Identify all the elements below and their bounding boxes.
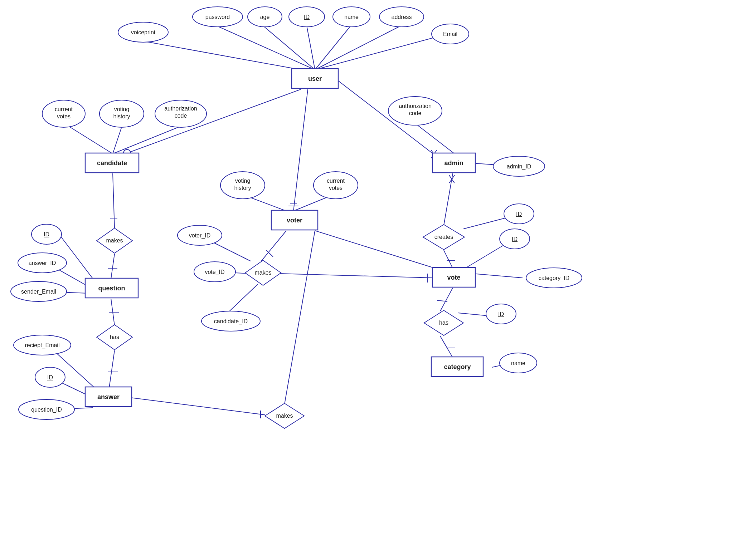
cand-currentvotes-text: current <box>55 106 73 112</box>
question-id-text: ID <box>44 231 49 237</box>
candidate-label: candidate <box>97 159 127 167</box>
svg-line-20 <box>415 123 455 154</box>
svg-line-51 <box>463 216 512 229</box>
user-password-text: password <box>205 14 230 20</box>
question-senderemail-text: sender_Email <box>21 289 56 295</box>
vote-id-text: ID <box>512 236 518 242</box>
svg-line-41 <box>279 274 433 278</box>
makes-voter-text: makes <box>254 270 271 276</box>
answer-reciepemail-text: reciept_Email <box>25 342 60 349</box>
user-voiceprint-text: voiceprint <box>131 29 156 35</box>
admin-authcode-text: authorization <box>399 103 432 109</box>
svg-line-26 <box>59 234 93 279</box>
voter-label: voter <box>287 217 302 224</box>
voter-votinghist-text: voting <box>235 178 251 184</box>
svg-line-36 <box>261 231 286 261</box>
vote-label: vote <box>447 274 460 281</box>
category-name-text: name <box>511 360 525 366</box>
svg-line-5 <box>315 34 447 70</box>
er-diagram: .er-line { stroke: #3333aa; stroke-width… <box>0 0 748 560</box>
svg-line-17 <box>113 127 179 154</box>
svg-line-24 <box>111 254 115 279</box>
diagram-svg: .er-line { stroke: #3333aa; stroke-width… <box>0 0 748 560</box>
svg-line-46 <box>444 173 453 225</box>
user-name-text: name <box>344 14 359 20</box>
user-address-text: address <box>392 14 412 20</box>
has-category-text: has <box>439 320 448 326</box>
makes-voteid-text: vote_ID <box>205 269 224 275</box>
svg-line-3 <box>315 26 351 70</box>
cand-votinghist-text2: history <box>113 113 130 119</box>
user-age-text: age <box>260 14 270 20</box>
voter-currentvotes-text: current <box>327 178 345 184</box>
admin-label: admin <box>444 159 463 167</box>
svg-line-44 <box>472 274 523 278</box>
user-label: user <box>308 75 322 82</box>
has-question-text: has <box>110 334 119 340</box>
svg-line-16 <box>70 127 113 154</box>
svg-line-7 <box>125 89 301 154</box>
creates-id-text: ID <box>516 211 522 217</box>
svg-line-54 <box>440 336 453 358</box>
makes-voterid-text: voter_ID <box>189 232 210 239</box>
question-label: question <box>98 285 125 292</box>
answer-label: answer <box>97 393 120 401</box>
svg-line-43 <box>315 231 435 268</box>
voter-currentvotes-text2: votes <box>329 185 343 191</box>
svg-line-52 <box>440 288 453 311</box>
svg-line-31 <box>109 350 115 388</box>
vote-categoryid-text: category_ID <box>539 275 569 281</box>
cand-authcode-text2: code <box>175 113 187 119</box>
answer-id-text: ID <box>47 374 53 380</box>
admin-authcode-text2: code <box>409 110 422 116</box>
cand-votinghist-text: voting <box>114 106 130 112</box>
user-id-text: ID <box>304 14 310 20</box>
svg-line-0 <box>307 26 315 70</box>
answer-questionid-text: question_ID <box>31 407 62 413</box>
svg-line-6 <box>143 41 301 70</box>
has-id-text: ID <box>498 311 504 317</box>
admin-id-text: admin_ID <box>507 163 531 170</box>
svg-line-49 <box>444 250 453 268</box>
svg-line-22 <box>113 173 115 229</box>
creates-text: creates <box>434 234 453 240</box>
cand-authcode-text: authorization <box>164 105 197 112</box>
category-label: category <box>444 363 471 370</box>
voter-votinghist-text2: history <box>234 185 251 191</box>
cand-currentvotes-text2: votes <box>57 113 71 119</box>
makes-candidateid-text: candidate_ID <box>214 318 248 325</box>
svg-line-1 <box>263 26 315 70</box>
svg-line-60 <box>285 231 315 404</box>
svg-line-9 <box>293 89 308 211</box>
svg-line-15 <box>113 127 122 154</box>
svg-line-58 <box>131 398 265 415</box>
makes-cand-text: makes <box>106 237 123 244</box>
makes-answer-text: makes <box>276 413 293 419</box>
svg-line-4 <box>315 26 401 70</box>
user-email-text: Email <box>443 31 457 37</box>
question-answerid-text: answer_ID <box>29 260 56 266</box>
